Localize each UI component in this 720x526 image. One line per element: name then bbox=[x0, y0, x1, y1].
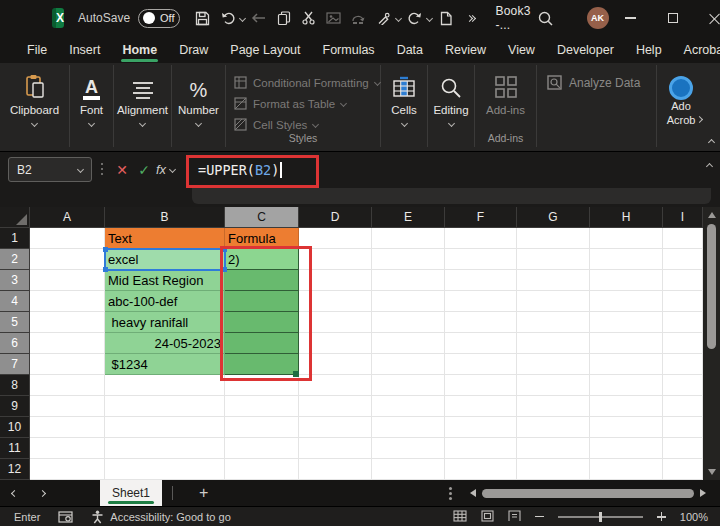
excel-logo-icon[interactable]: X bbox=[52, 8, 64, 28]
cell-E11[interactable] bbox=[372, 438, 445, 459]
formula-bar-collapse-icon[interactable] bbox=[706, 163, 713, 170]
cell-I3[interactable] bbox=[663, 270, 703, 291]
cell-H8[interactable] bbox=[590, 375, 663, 396]
tab-formulas[interactable]: Formulas bbox=[312, 39, 386, 61]
name-box[interactable]: B2 bbox=[8, 157, 92, 182]
undo-icon[interactable] bbox=[217, 6, 239, 30]
cell-A8[interactable] bbox=[30, 375, 105, 396]
cell-G6[interactable] bbox=[517, 333, 590, 354]
cell-B3[interactable]: Mid East Region bbox=[105, 270, 225, 291]
cell-I11[interactable] bbox=[663, 438, 703, 459]
cell-B8[interactable] bbox=[105, 375, 225, 396]
cell-A3[interactable] bbox=[30, 270, 105, 291]
cell-G5[interactable] bbox=[517, 312, 590, 333]
cell-H1[interactable] bbox=[590, 228, 663, 249]
tab-acrobat[interactable]: Acrobat bbox=[673, 39, 720, 61]
cell-I5[interactable] bbox=[663, 312, 703, 333]
cell-G4[interactable] bbox=[517, 291, 590, 312]
cell-A7[interactable] bbox=[30, 354, 105, 375]
cell-F6[interactable] bbox=[445, 333, 517, 354]
minimize-button[interactable] bbox=[611, 0, 651, 36]
clipboard-group[interactable]: Clipboard bbox=[0, 65, 70, 147]
col-header-F[interactable]: F bbox=[445, 207, 517, 228]
add-sheet-button[interactable]: + bbox=[199, 484, 208, 502]
cell-E9[interactable] bbox=[372, 396, 445, 417]
select-all-corner[interactable] bbox=[0, 207, 30, 228]
cell-C4[interactable] bbox=[225, 291, 299, 312]
cell-D2[interactable] bbox=[299, 249, 372, 270]
sheet-nav-left-icon[interactable] bbox=[0, 491, 28, 496]
col-header-G[interactable]: G bbox=[517, 207, 590, 228]
row-header-11[interactable]: 11 bbox=[0, 438, 30, 459]
cell-A4[interactable] bbox=[30, 291, 105, 312]
cell-D7[interactable] bbox=[299, 354, 372, 375]
fill-handle[interactable] bbox=[293, 371, 299, 377]
draw-touch-chevron-icon[interactable] bbox=[395, 14, 402, 21]
cell-F8[interactable] bbox=[445, 375, 517, 396]
horizontal-scroll-thumb[interactable] bbox=[482, 489, 694, 498]
format-as-table-button[interactable]: Format as Table bbox=[234, 93, 346, 114]
cell-B11[interactable] bbox=[105, 438, 225, 459]
row-header-8[interactable]: 8 bbox=[0, 375, 30, 396]
editing-group[interactable]: Editing bbox=[428, 65, 475, 147]
cell-F1[interactable] bbox=[445, 228, 517, 249]
cell-E7[interactable] bbox=[372, 354, 445, 375]
row-header-5[interactable]: 5 bbox=[0, 312, 30, 333]
cell-B7[interactable]: $1234 bbox=[105, 354, 225, 375]
cell-F3[interactable] bbox=[445, 270, 517, 291]
cell-G10[interactable] bbox=[517, 417, 590, 438]
page-break-view-icon[interactable] bbox=[508, 510, 521, 524]
cell-E4[interactable] bbox=[372, 291, 445, 312]
cell-D9[interactable] bbox=[299, 396, 372, 417]
page-layout-view-icon[interactable] bbox=[481, 510, 494, 524]
accessibility-status[interactable]: Accessibility: Good to go bbox=[110, 511, 230, 523]
cell-A6[interactable] bbox=[30, 333, 105, 354]
redo-icon[interactable] bbox=[404, 6, 426, 30]
cell-C10[interactable] bbox=[225, 417, 299, 438]
autosave-toggle[interactable]: Off bbox=[138, 9, 179, 28]
cell-F5[interactable] bbox=[445, 312, 517, 333]
font-group[interactable]: A Font bbox=[70, 65, 114, 147]
row-header-10[interactable]: 10 bbox=[0, 417, 30, 438]
ribbon-collapse-icon[interactable] bbox=[708, 139, 715, 146]
accessibility-icon[interactable] bbox=[91, 510, 104, 524]
cell-D5[interactable] bbox=[299, 312, 372, 333]
sheet-nav-right-icon[interactable] bbox=[28, 491, 56, 496]
addins-group[interactable]: Add-ins Add-ins bbox=[475, 65, 537, 147]
cell-H4[interactable] bbox=[590, 291, 663, 312]
col-header-E[interactable]: E bbox=[372, 207, 445, 228]
cell-C11[interactable] bbox=[225, 438, 299, 459]
tab-file[interactable]: File bbox=[16, 39, 58, 61]
hscroll-right-icon[interactable] bbox=[700, 489, 706, 497]
cell-A10[interactable] bbox=[30, 417, 105, 438]
cell-F9[interactable] bbox=[445, 396, 517, 417]
cell-F2[interactable] bbox=[445, 249, 517, 270]
col-header-D[interactable]: D bbox=[299, 207, 372, 228]
col-header-H[interactable]: H bbox=[590, 207, 663, 228]
cell-D3[interactable] bbox=[299, 270, 372, 291]
cell-E3[interactable] bbox=[372, 270, 445, 291]
cell-B10[interactable] bbox=[105, 417, 225, 438]
cell-G1[interactable] bbox=[517, 228, 590, 249]
cell-D1[interactable] bbox=[299, 228, 372, 249]
sheet-tab-sheet1[interactable]: Sheet1 bbox=[100, 480, 162, 506]
cell-I12[interactable] bbox=[663, 459, 703, 480]
normal-view-icon[interactable] bbox=[453, 510, 467, 524]
undo-chevron-icon[interactable] bbox=[239, 14, 246, 21]
cell-I8[interactable] bbox=[663, 375, 703, 396]
col-header-I[interactable]: I bbox=[663, 207, 703, 228]
cell-E10[interactable] bbox=[372, 417, 445, 438]
col-header-C[interactable]: C bbox=[225, 207, 299, 228]
tab-home[interactable]: Home bbox=[111, 39, 168, 61]
more-commands-icon[interactable] bbox=[460, 6, 482, 30]
cell-H11[interactable] bbox=[590, 438, 663, 459]
cell-G8[interactable] bbox=[517, 375, 590, 396]
save-icon[interactable] bbox=[192, 6, 214, 30]
cell-E1[interactable] bbox=[372, 228, 445, 249]
cell-H7[interactable] bbox=[590, 354, 663, 375]
cell-H10[interactable] bbox=[590, 417, 663, 438]
cancel-icon[interactable]: ✕ bbox=[112, 157, 132, 182]
cut-icon[interactable] bbox=[298, 6, 320, 30]
number-group[interactable]: % Number bbox=[172, 65, 226, 147]
cell-F12[interactable] bbox=[445, 459, 517, 480]
